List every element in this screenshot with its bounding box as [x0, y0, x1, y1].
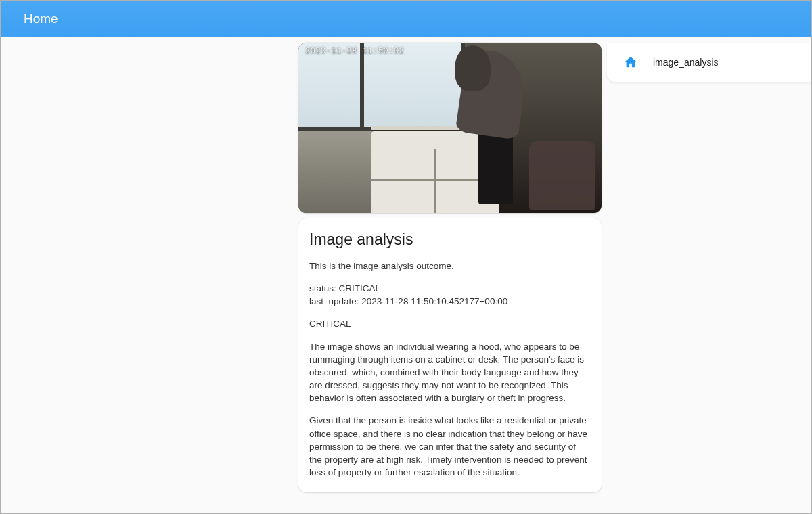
- camera-image: [298, 43, 602, 213]
- analysis-meta: status: CRITICAL last_update: 2023-11-28…: [309, 282, 591, 308]
- header-title[interactable]: Home: [24, 11, 58, 26]
- camera-card[interactable]: 2023-11-28 11:50:02: [298, 43, 602, 213]
- status-line: status: CRITICAL: [309, 282, 591, 295]
- breadcrumb-card[interactable]: image_analysis: [607, 43, 811, 83]
- breadcrumb-label: image_analysis: [653, 57, 719, 68]
- content-area: 2023-11-28 11:50:02 Image analysis This …: [1, 37, 811, 514]
- app-header: Home: [1, 1, 811, 37]
- last-update-line: last_update: 2023-11-28 11:50:10.452177+…: [309, 295, 591, 308]
- status-label: status:: [309, 283, 336, 294]
- last-update-value: 2023-11-28 11:50:10.452177+00:00: [361, 296, 508, 306]
- severity-line: CRITICAL: [309, 317, 591, 330]
- camera-timestamp-overlay: 2023-11-28 11:50:02: [305, 47, 404, 56]
- home-icon: [623, 55, 638, 70]
- analysis-intro: This is the image analysis outcome.: [309, 260, 591, 273]
- analysis-paragraph-1: The image shows an individual wearing a …: [309, 340, 591, 405]
- main-column: 2023-11-28 11:50:02 Image analysis This …: [298, 43, 602, 492]
- status-value: CRITICAL: [339, 283, 381, 294]
- analysis-heading: Image analysis: [309, 231, 591, 249]
- analysis-paragraph-2: Given that the person is inside what loo…: [309, 414, 591, 479]
- analysis-card: Image analysis This is the image analysi…: [298, 218, 602, 492]
- page-root: Home 2023-11-28: [0, 0, 812, 514]
- last-update-label: last_update:: [309, 296, 359, 306]
